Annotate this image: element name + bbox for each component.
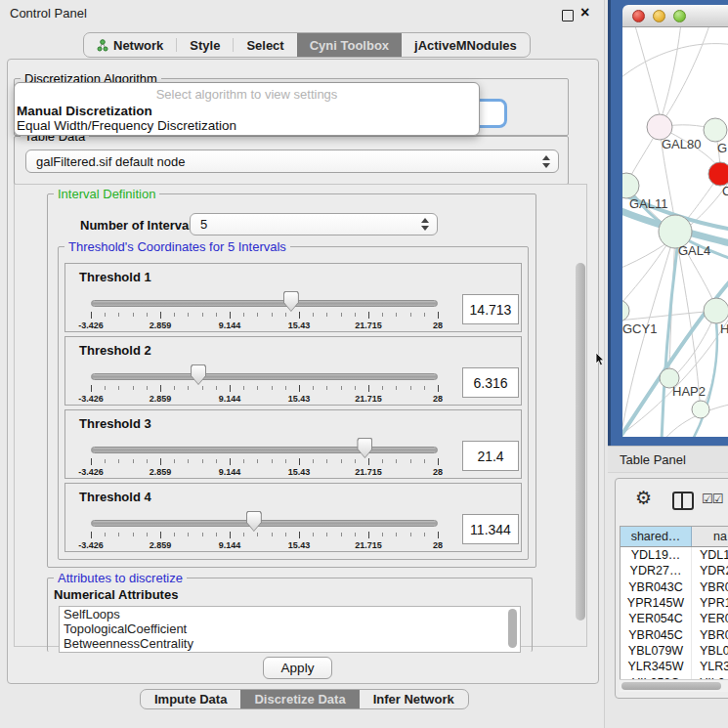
interval-definition-group: Interval Definition Number of Intervals … — [47, 193, 536, 568]
tab-select[interactable]: Select — [234, 33, 296, 57]
tick-label: -3.426 — [78, 321, 104, 330]
zoom-traffic-light-icon[interactable] — [673, 10, 686, 22]
table-horizontal-scrollbar[interactable] — [620, 679, 728, 692]
network-node[interactable] — [622, 300, 629, 321]
table-cell[interactable]: YER054C — [621, 611, 692, 626]
table-cell[interactable]: YDL19… — [621, 547, 692, 563]
network-node-label: GAL80 — [662, 137, 701, 151]
table-row[interactable]: YDL19…YDL1 — [621, 547, 728, 563]
tab-jactivemnodules[interactable]: jActiveMNodules — [402, 33, 530, 57]
attribute-list-item[interactable]: SelfLoops — [60, 607, 520, 621]
table-cell[interactable]: YLR345W — [621, 659, 692, 674]
table-row[interactable]: YBL079WYBL0 — [621, 643, 728, 659]
main-scrollbar[interactable] — [576, 263, 585, 621]
table-cell[interactable]: YPR1 — [692, 595, 728, 611]
threshold-label: Threshold 1 — [79, 270, 151, 284]
attributes-scrollbar[interactable] — [508, 609, 517, 648]
table-cell[interactable]: YBR045C — [621, 626, 692, 642]
table-cell[interactable]: YBL0 — [692, 643, 728, 659]
close-icon[interactable]: × — [580, 4, 589, 21]
tab-discretize-data[interactable]: Discretize Data — [240, 690, 359, 708]
apply-button[interactable]: Apply — [263, 657, 332, 679]
minimize-traffic-light-icon[interactable] — [653, 10, 665, 22]
slider-track[interactable] — [91, 520, 438, 527]
table-row[interactable]: YDR27…YDR2 — [621, 563, 728, 578]
table-cell[interactable]: YBL079W — [621, 643, 692, 659]
threshold-slider[interactable]: -3.4262.8599.14415.4321.71528 — [91, 436, 438, 477]
table-row[interactable]: YER054CYER0 — [621, 611, 728, 626]
table-cell[interactable]: YDR2 — [692, 563, 728, 578]
cyni-toolbox-panel: Discretization Algorithm Select algorith… — [7, 59, 599, 684]
tab-impute-data[interactable]: Impute Data — [141, 690, 240, 708]
slider-track[interactable] — [91, 373, 438, 380]
slider-track[interactable] — [91, 300, 438, 307]
table-row[interactable]: YBR043CYBR0 — [621, 579, 728, 595]
threshold-value-field[interactable]: 11.344 — [462, 514, 519, 544]
threshold-value-field[interactable]: 14.713 — [462, 294, 519, 324]
tab-network[interactable]: Network — [84, 33, 176, 57]
algorithm-option-2[interactable]: Equal Width/Frequency Discretization — [17, 118, 236, 133]
table-row[interactable]: YLR345WYLR3 — [621, 659, 728, 674]
table-cell[interactable]: YDL1 — [692, 547, 728, 563]
tick-label: 2.859 — [150, 467, 172, 477]
table-row[interactable]: YBR045CYBR0 — [621, 626, 728, 642]
algorithm-option-1[interactable]: Manual Discretization — [17, 104, 152, 118]
attribute-list-item[interactable]: TopologicalCoefficient — [60, 621, 520, 636]
numerical-attributes-label: Numerical Attributes — [54, 587, 178, 602]
tick-label: 21.715 — [355, 394, 382, 404]
table-cell[interactable]: YLR3 — [692, 659, 728, 674]
tick-label: 9.144 — [219, 540, 241, 550]
tab-cyni-toolbox[interactable]: Cyni Toolbox — [297, 33, 402, 57]
checkbox-filter-icons[interactable]: ☑☑ — [702, 492, 722, 506]
threshold-value-field[interactable]: 6.316 — [462, 367, 519, 398]
tick-label: 21.715 — [355, 540, 382, 550]
network-node-label: G — [717, 141, 727, 155]
network-node[interactable] — [622, 173, 639, 198]
slider-handle[interactable] — [246, 511, 262, 532]
num-intervals-combobox[interactable]: 5 — [190, 213, 438, 236]
column-header-shared-name[interactable]: shared… — [621, 527, 692, 546]
table-cell[interactable]: YBR0 — [692, 626, 728, 642]
tab-infer-network[interactable]: Infer Network — [360, 690, 468, 708]
threshold-panel: Threshold 3-3.4262.8599.14415.4321.71528… — [64, 409, 522, 479]
scrollbar-thumb[interactable] — [621, 682, 721, 690]
control-panel-titlebar: Control Panel × — [0, 0, 604, 25]
table-row[interactable]: YPR145WYPR1 — [621, 595, 728, 611]
network-node[interactable] — [704, 298, 728, 323]
slider-handle[interactable] — [283, 291, 299, 312]
column-header-name[interactable]: na — [692, 527, 728, 546]
tick-label: 9.144 — [219, 467, 241, 477]
tick-label: -3.426 — [78, 394, 104, 404]
threshold-slider[interactable]: -3.4262.8599.14415.4321.71528 — [91, 509, 438, 550]
threshold-slider[interactable]: -3.4262.8599.14415.4321.71528 — [91, 363, 438, 404]
threshold-slider[interactable]: -3.4262.8599.14415.4321.71528 — [91, 289, 438, 330]
slider-handle[interactable] — [191, 364, 206, 385]
network-canvas[interactable]: GAL80GCGAL11GAL4GCY1HHAP2 — [622, 27, 728, 437]
float-window-icon[interactable] — [562, 10, 574, 21]
table-cell[interactable]: YBR043C — [621, 579, 692, 595]
attribute-list-item[interactable]: BetweennessCentrality — [60, 636, 520, 651]
gear-icon[interactable]: ⚙ — [635, 487, 652, 509]
control-panel: Control Panel × NetworkStyleSelectCyni T… — [0, 0, 605, 728]
table-cell[interactable]: YER0 — [692, 611, 728, 626]
network-node[interactable] — [692, 401, 709, 418]
table-cell[interactable]: YPR145W — [621, 595, 692, 611]
threshold-coordinates-group-title: Threshold's Coordinates for 5 Intervals — [64, 239, 290, 254]
slider-handle[interactable] — [357, 438, 372, 458]
node-table[interactable]: shared… na YDL19…YDL1YDR27…YDR2YBR043CYB… — [620, 526, 728, 680]
panel-title: Control Panel — [10, 6, 87, 21]
threshold-panel: Threshold 2-3.4262.8599.14415.4321.71528… — [64, 336, 522, 406]
network-node[interactable] — [704, 118, 727, 142]
tab-label: Style — [190, 38, 220, 53]
slider-track[interactable] — [91, 447, 438, 453]
network-node[interactable] — [708, 162, 728, 186]
table-body: YDL19…YDL1YDR27…YDR2YBR043CYBR0YPR145WYP… — [621, 547, 728, 680]
numerical-attributes-list[interactable]: SelfLoopsTopologicalCoefficientBetweenne… — [59, 606, 521, 653]
table-cell[interactable]: YDR27… — [621, 563, 692, 578]
tab-style[interactable]: Style — [177, 33, 233, 57]
table-data-combobox[interactable]: galFiltered.sif default node — [25, 150, 559, 173]
threshold-value-field[interactable]: 21.4 — [462, 441, 519, 471]
table-cell[interactable]: YBR0 — [692, 579, 728, 595]
close-traffic-light-icon[interactable] — [632, 10, 645, 22]
column-layout-icon[interactable] — [672, 492, 694, 510]
